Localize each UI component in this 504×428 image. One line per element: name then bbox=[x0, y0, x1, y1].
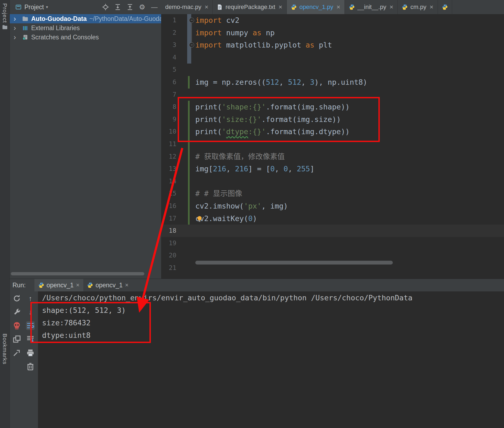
tool-window-bar: Project Bookmarks bbox=[0, 0, 10, 428]
close-icon[interactable]: × bbox=[390, 3, 393, 11]
scroll-to-end-icon[interactable] bbox=[26, 335, 35, 344]
code-token: import bbox=[195, 16, 222, 24]
console-line: dtype:uint8 bbox=[42, 329, 504, 342]
code-token: 3 bbox=[310, 78, 314, 86]
project-panel-header: Project ▾ ⚙— bbox=[10, 0, 161, 14]
python-icon bbox=[87, 282, 93, 288]
run-tab[interactable]: opencv_1× bbox=[34, 279, 84, 291]
code-token: , bbox=[275, 165, 284, 173]
settings-gear-icon[interactable]: ⚙ bbox=[139, 4, 146, 11]
up-stack-icon[interactable]: ↑ bbox=[26, 294, 35, 303]
line-number: 2 bbox=[161, 27, 176, 39]
project-horizontal-scrollbar[interactable] bbox=[11, 272, 144, 275]
editor-tab-label: demo-mac.py bbox=[165, 4, 201, 11]
console-output: /Users/choco/python_envirs/envir_auto_gu… bbox=[38, 291, 504, 428]
code-token: , img) bbox=[261, 202, 288, 210]
close-icon[interactable]: × bbox=[76, 282, 79, 289]
line-number: 11 bbox=[161, 138, 176, 150]
code-token: numpy bbox=[222, 29, 253, 37]
run-toolbar-column-2: ↑↓ bbox=[25, 294, 35, 371]
code-token: img[ bbox=[195, 165, 213, 173]
run-tab[interactable]: opencv_1× bbox=[83, 279, 132, 291]
editor-tab-label: opencv_1.py bbox=[299, 4, 333, 11]
tool-folder-icon[interactable] bbox=[2, 24, 8, 30]
code-line: 1import cv2 bbox=[161, 14, 504, 27]
pin-icon[interactable] bbox=[12, 348, 21, 357]
editor-tab[interactable]: demo-mac.py× bbox=[161, 0, 213, 14]
wrench-icon[interactable] bbox=[12, 308, 21, 316]
pycharm-window: Project Bookmarks Project ▾ ⚙— ›Auto-Guo… bbox=[0, 0, 504, 428]
down-stack-icon[interactable]: ↓ bbox=[26, 308, 35, 316]
code-token: ), np.uint8) bbox=[314, 78, 367, 86]
editor-tab[interactable] bbox=[438, 0, 452, 14]
close-icon[interactable]: × bbox=[125, 282, 129, 289]
editor-tab[interactable]: requirePackage.txt× bbox=[213, 0, 286, 14]
code-token: ) bbox=[253, 214, 257, 223]
soft-wrap-icon[interactable] bbox=[26, 321, 35, 330]
code-token: ] bbox=[310, 165, 314, 173]
print-icon[interactable] bbox=[26, 348, 35, 357]
rerun-icon[interactable] bbox=[12, 294, 21, 303]
line-number: 5 bbox=[161, 64, 176, 76]
project-view-selector[interactable]: Project ▾ bbox=[24, 4, 48, 11]
fold-toggle-icon[interactable]: − bbox=[189, 42, 194, 48]
code-token: import bbox=[195, 29, 222, 37]
editor-tab[interactable]: opencv_1.py× bbox=[287, 0, 345, 14]
fold-toggle-icon[interactable]: − bbox=[189, 18, 194, 23]
run-tab-bar: Run: opencv_1×opencv_1× bbox=[10, 279, 504, 291]
close-icon[interactable]: × bbox=[205, 3, 208, 11]
project-tree-item[interactable]: ›Auto-Guodao-Data~/PythonData/Auto-Guoda bbox=[10, 14, 161, 23]
collapse-all-icon[interactable] bbox=[126, 4, 133, 11]
run-panel-label: Run: bbox=[12, 282, 26, 289]
editor-tab[interactable]: cm.py× bbox=[398, 0, 438, 14]
code-line: 14 bbox=[161, 175, 504, 188]
clear-all-icon[interactable] bbox=[26, 362, 35, 371]
scratches-icon bbox=[22, 34, 28, 40]
code-line: 17cv2.waitKey(0) bbox=[161, 212, 504, 225]
code-token: 'shape:{}' bbox=[222, 103, 266, 111]
editor-area: demo-mac.py×requirePackage.txt×opencv_1.… bbox=[161, 0, 504, 279]
locate-icon[interactable] bbox=[102, 4, 109, 11]
code-line: 5 bbox=[161, 64, 504, 76]
intention-bulb-icon[interactable] bbox=[196, 215, 203, 222]
line-number: 18 bbox=[161, 225, 176, 237]
code-token: np bbox=[261, 29, 275, 37]
kill-process-icon[interactable] bbox=[12, 321, 21, 330]
code-line: 7 bbox=[161, 89, 504, 101]
project-tree: ›Auto-Guodao-Data~/PythonData/Auto-Guoda… bbox=[10, 14, 161, 42]
code-token: matplotlib.pyplot bbox=[222, 41, 306, 49]
editor-tab[interactable]: __init__.py× bbox=[345, 0, 398, 14]
code-token: cv2.waitKey( bbox=[195, 214, 248, 223]
project-panel-toolbar: ⚙— bbox=[102, 4, 158, 11]
project-tree-item[interactable]: ›Scratches and Consoles bbox=[10, 33, 161, 42]
close-icon[interactable]: × bbox=[337, 3, 340, 11]
line-number: 4 bbox=[161, 51, 176, 64]
chevron-right-icon[interactable]: › bbox=[14, 33, 21, 42]
expand-all-icon[interactable] bbox=[114, 4, 121, 11]
chevron-right-icon[interactable]: › bbox=[14, 15, 21, 23]
windowed-mode-icon[interactable] bbox=[12, 335, 21, 344]
line-number: 13 bbox=[161, 163, 176, 175]
python-icon bbox=[349, 4, 355, 10]
tool-window-button-project[interactable]: Project bbox=[2, 3, 8, 23]
code-line: 9print('size:{}'.format(img.size)) bbox=[161, 113, 504, 126]
project-tree-item[interactable]: ›External Libraries bbox=[10, 23, 161, 33]
code-token: , bbox=[288, 165, 297, 173]
code-token: dtype bbox=[226, 127, 248, 136]
editor-tab-bar: demo-mac.py×requirePackage.txt×opencv_1.… bbox=[161, 0, 504, 14]
run-tab-label: opencv_1 bbox=[95, 282, 123, 289]
console-line: shape:(512, 512, 3) bbox=[42, 304, 504, 317]
run-toolbar-column-1 bbox=[12, 294, 22, 357]
chevron-right-icon[interactable]: › bbox=[14, 24, 21, 32]
tool-window-button-bookmarks[interactable]: Bookmarks bbox=[2, 333, 8, 364]
close-icon[interactable]: × bbox=[279, 3, 282, 11]
vcs-added-marker bbox=[188, 76, 190, 89]
editor-horizontal-scrollbar[interactable] bbox=[195, 261, 393, 265]
code-editor[interactable]: − − 1import cv22import numpy as np3impor… bbox=[161, 14, 504, 279]
tree-item-label: Auto-Guodao-Data bbox=[31, 15, 87, 23]
hide-panel-icon[interactable]: — bbox=[151, 4, 158, 11]
code-lines: 1import cv22import numpy as np3import ma… bbox=[161, 14, 504, 274]
close-icon[interactable]: × bbox=[430, 3, 433, 11]
line-number: 8 bbox=[161, 101, 176, 113]
run-tab-label: opencv_1 bbox=[47, 282, 74, 289]
